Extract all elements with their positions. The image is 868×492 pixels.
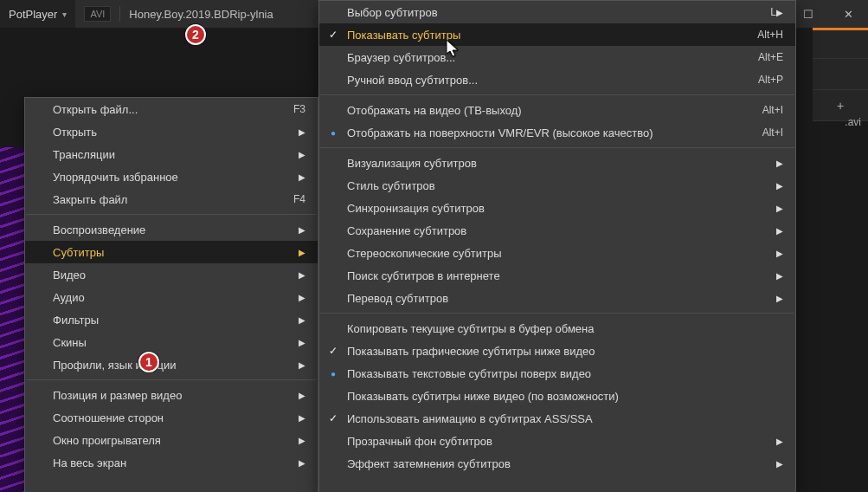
submenu-arrow-icon: ▶: [299, 315, 305, 325]
menu-item-label: Трансляции: [53, 148, 299, 161]
submenu-arrow-icon: ▶: [776, 459, 783, 469]
menu-item-label: Показывать субтитры ниже видео (по возмо…: [347, 390, 783, 403]
annotation-badge-1: 1: [138, 352, 159, 372]
annotation-badge-2: 2: [185, 24, 206, 45]
menu-item-shortcut: Alt+I: [762, 126, 783, 139]
m2-item[interactable]: Копировать текущие субтитры в буфер обме…: [319, 317, 795, 340]
m1-item[interactable]: На весь экран▶: [25, 451, 318, 474]
m1-item[interactable]: Позиция и размер видео▶: [25, 384, 318, 406]
submenu-arrow-icon: ▶: [776, 437, 783, 446]
playlist-tab[interactable]: [813, 59, 868, 90]
menu-item-label: Позиция и размер видео: [53, 389, 299, 402]
submenu-arrow-icon: ▶: [776, 8, 783, 17]
m1-item[interactable]: Видео▶: [25, 263, 318, 286]
m1-item[interactable]: Закрыть файлF4: [25, 188, 318, 210]
m2-item[interactable]: Показывать графические субтитры ниже вид…: [319, 340, 795, 362]
check-icon: [326, 345, 340, 357]
submenu-arrow-icon: ▶: [299, 391, 305, 400]
m2-item[interactable]: Показывать текстовые субтитры поверх вид…: [319, 362, 795, 385]
m2-item[interactable]: Визуализация субтитров▶: [319, 152, 795, 174]
format-badge: AVI: [84, 6, 111, 22]
m1-item[interactable]: Фильтры▶: [25, 308, 318, 331]
submenu-arrow-icon: ▶: [776, 204, 783, 213]
submenu-arrow-icon: ▶: [776, 249, 783, 258]
submenu-arrow-icon: ▶: [776, 159, 783, 168]
menu-separator: [26, 379, 317, 380]
m1-item[interactable]: Воспроизведение▶: [25, 218, 318, 241]
menu-item-label: Использовать анимацию в субтитрах ASS/SS…: [347, 412, 783, 425]
radio-icon: [326, 367, 340, 379]
submenu-arrow-icon: ▶: [299, 338, 305, 347]
m1-item[interactable]: Профили, язык и опции▶: [25, 353, 318, 376]
m1-item[interactable]: Скины▶: [25, 331, 318, 353]
menu-item-label: Аудио: [53, 291, 299, 304]
m2-item[interactable]: Ручной ввод субтитров...Alt+P: [319, 68, 795, 91]
menu-item-label: Показывать текстовые субтитры поверх вид…: [347, 367, 783, 380]
menu-item-label: Перевод субтитров: [347, 292, 776, 305]
menu-separator: [320, 147, 794, 148]
menu-item-label: Стереоскопические субтитры: [347, 247, 776, 260]
m2-item[interactable]: Использовать анимацию в субтитрах ASS/SS…: [319, 407, 795, 430]
check-icon: [326, 29, 340, 41]
menu-item-label: Открыть: [53, 126, 299, 139]
menu-item-label: Ручной ввод субтитров...: [347, 74, 758, 87]
context-menu-subtitles[interactable]: Выбор субтитровL▶Показывать субтитрыAlt+…: [318, 0, 796, 492]
menu-item-label: Окно проигрывателя: [53, 434, 299, 447]
menu-item-label: Браузер субтитров...: [347, 51, 758, 64]
submenu-arrow-icon: ▶: [299, 413, 305, 423]
submenu-arrow-icon: ▶: [776, 294, 783, 303]
m1-item[interactable]: Субтитры▶: [25, 241, 318, 263]
menu-item-label: Соотношение сторон: [53, 411, 299, 424]
m1-item[interactable]: Открыть▶: [25, 120, 318, 143]
close-button[interactable]: ✕: [828, 0, 868, 28]
m2-item[interactable]: Отображать на поверхности VMR/EVR (высок…: [319, 121, 795, 144]
menu-item-label: Синхронизация субтитров: [347, 202, 776, 215]
m1-item[interactable]: Упорядочить избранное▶: [25, 165, 318, 188]
m2-item[interactable]: Синхронизация субтитров▶: [319, 197, 795, 219]
menu-item-label: Открыть файл...: [53, 103, 293, 116]
menu-item-label: Видео: [53, 269, 299, 282]
menu-item-label: Отображать на поверхности VMR/EVR (высок…: [347, 126, 762, 139]
menu-separator: [26, 214, 317, 215]
video-edge-decoration: [0, 147, 24, 492]
m2-item[interactable]: Стереоскопические субтитры▶: [319, 242, 795, 264]
app-menu-button[interactable]: PotPlayer ▾: [0, 0, 75, 28]
m2-item[interactable]: Перевод субтитров▶: [319, 287, 795, 309]
menu-item-label: На весь экран: [53, 456, 299, 469]
menu-item-label: Показывать субтитры: [347, 29, 757, 42]
m2-item[interactable]: Браузер субтитров...Alt+E: [319, 46, 795, 68]
m1-item[interactable]: Соотношение сторон▶: [25, 406, 318, 429]
m2-item[interactable]: Сохранение субтитров▶: [319, 219, 795, 242]
menu-item-label: Стиль субтитров: [347, 179, 776, 192]
m1-item[interactable]: Аудио▶: [25, 286, 318, 308]
context-menu-main[interactable]: Открыть файл...F3Открыть▶Трансляции▶Упор…: [24, 97, 318, 492]
menu-item-shortcut: Alt+E: [758, 51, 783, 63]
m2-item[interactable]: Показывать субтитрыAlt+H: [319, 23, 795, 46]
menu-item-shortcut: L: [770, 6, 776, 18]
m2-item[interactable]: Отображать на видео (ТВ-выход)Alt+I: [319, 99, 795, 121]
menu-item-label: Закрыть файл: [53, 193, 293, 206]
menu-item-label: Копировать текущие субтитры в буфер обме…: [347, 322, 783, 335]
chevron-down-icon: ▾: [62, 10, 67, 19]
playlist-sidebar: +: [813, 28, 868, 121]
m2-item[interactable]: Прозрачный фон субтитров▶: [319, 430, 795, 452]
submenu-arrow-icon: ▶: [299, 225, 305, 235]
submenu-arrow-icon: ▶: [776, 181, 783, 191]
submenu-arrow-icon: ▶: [299, 360, 305, 370]
submenu-arrow-icon: ▶: [299, 172, 305, 182]
m2-item[interactable]: Показывать субтитры ниже видео (по возмо…: [319, 385, 795, 407]
menu-separator: [320, 94, 794, 95]
m2-item[interactable]: Поиск субтитров в интернете▶: [319, 264, 795, 287]
m1-item[interactable]: Окно проигрывателя▶: [25, 429, 318, 451]
m2-item[interactable]: Стиль субтитров▶: [319, 174, 795, 197]
menu-item-label: Выбор субтитров: [347, 6, 770, 19]
menu-item-label: Поиск субтитров в интернете: [347, 269, 776, 282]
menu-item-label: Показывать графические субтитры ниже вид…: [347, 345, 783, 358]
m1-item[interactable]: Трансляции▶: [25, 143, 318, 165]
submenu-arrow-icon: ▶: [299, 436, 305, 445]
check-icon: [326, 412, 340, 424]
m1-item[interactable]: Открыть файл...F3: [25, 98, 318, 120]
playlist-tab-active[interactable]: [813, 28, 868, 59]
m2-item[interactable]: Выбор субтитровL▶: [319, 1, 795, 23]
m2-item[interactable]: Эффект затемнения субтитров▶: [319, 452, 795, 475]
